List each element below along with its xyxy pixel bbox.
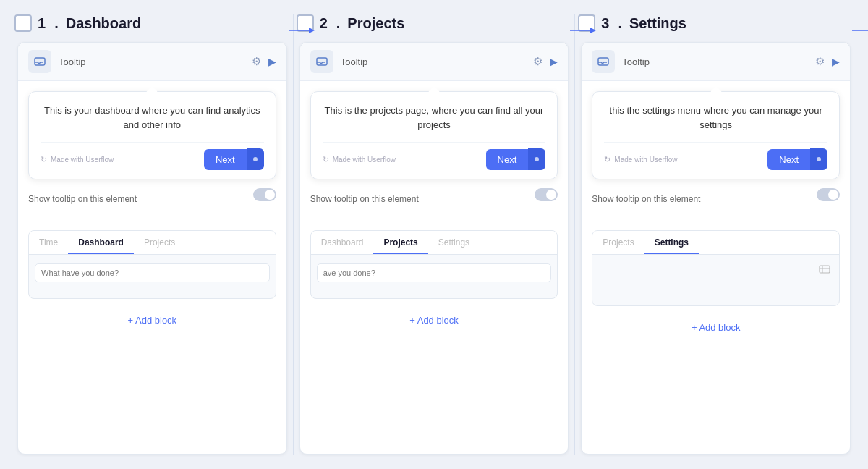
step-2-add-block-button[interactable]: + Add block <box>300 305 569 336</box>
step-1-show-tooltip-label: Show tooltip on this element <box>28 194 137 204</box>
step-2-gear-icon[interactable]: ⚙ <box>533 55 542 68</box>
step-2-card: Tooltip ⚙ ▶ This is the projects page, w… <box>299 42 569 455</box>
step-1-tooltip-footer: ↻ Made with Userflow Next <box>41 142 264 170</box>
step-3-inbox-icon <box>592 50 615 73</box>
step-3-mini-icon-area <box>598 261 833 278</box>
step-2-userflow-icon: ↻ <box>323 155 329 164</box>
step-3-tooltip-text: this the settings menu where you can man… <box>604 103 827 132</box>
step-2-number: 2 <box>320 15 328 32</box>
step-3-toolbar-label: Tooltip <box>622 56 808 67</box>
step-2-tabs: Dashboard Projects Settings <box>311 231 558 255</box>
step-2-tooltip-footer: ↻ Made with Userflow Next <box>323 142 546 170</box>
step-2-tab-dashboard[interactable]: Dashboard <box>311 231 374 254</box>
step-3-title-text: Settings <box>629 15 686 32</box>
step-2-play-icon[interactable]: ▶ <box>550 56 558 67</box>
step-2-tab-projects[interactable]: Projects <box>373 231 427 254</box>
step-1-tab-dashboard[interactable]: Dashboard <box>68 231 134 254</box>
step-3-arrow <box>852 23 868 38</box>
step-1-inbox-icon <box>28 50 51 73</box>
step-2-tab-settings[interactable]: Settings <box>428 231 480 254</box>
step-2-next-button[interactable]: Next <box>486 149 529 170</box>
step-3-made-with: ↻ Made with Userflow <box>604 155 677 164</box>
svg-point-1 <box>253 157 258 161</box>
step-1-mini-input[interactable] <box>35 263 270 282</box>
step-1-play-icon[interactable]: ▶ <box>268 56 276 67</box>
step-1-toggle[interactable] <box>253 188 276 201</box>
svg-rect-10 <box>820 266 830 273</box>
step-3-tab-settings[interactable]: Settings <box>644 231 699 254</box>
step-1-userflow-icon: ↻ <box>41 155 47 164</box>
step-1-wrapper: 1 . Dashboard Tooltip ⚙ ▶ <box>12 14 293 455</box>
step-1-arrow <box>289 23 315 38</box>
step-1-next-button[interactable]: Next <box>204 149 247 170</box>
step-1-next-arrow[interactable] <box>247 148 264 170</box>
step-1-number-box <box>14 14 32 32</box>
step-3-toolbar: Tooltip ⚙ ▶ <box>582 43 850 81</box>
step-2-title-text: Projects <box>347 15 404 32</box>
step-1-tooltip-text: This is your dashboard where you can fin… <box>41 103 264 132</box>
step-2-mini-input[interactable] <box>317 263 552 282</box>
step-2-toolbar-label: Tooltip <box>341 56 527 67</box>
svg-rect-4 <box>317 58 327 65</box>
step-2-made-with: ↻ Made with Userflow <box>323 155 396 164</box>
step-1-mini-content <box>29 255 276 298</box>
step-1-title-text: Dashboard <box>66 15 141 32</box>
step-3-next-button[interactable]: Next <box>767 149 810 170</box>
step-2-header: 2 . Projects <box>294 14 575 32</box>
main-container: 1 . Dashboard Tooltip ⚙ ▶ <box>0 0 868 469</box>
step-2-element-section: Show tooltip on this element Dashboard P… <box>300 187 569 305</box>
step-2-next-wrap: Next <box>486 148 546 170</box>
step-3-tooltip-footer: ↻ Made with Userflow Next <box>604 142 827 170</box>
step-2-mini-app: Dashboard Projects Settings <box>310 230 558 299</box>
step-1-made-with: ↻ Made with Userflow <box>41 155 114 164</box>
step-2-toolbar: Tooltip ⚙ ▶ <box>300 43 569 81</box>
step-3-mini-app: Projects Settings <box>592 230 840 306</box>
step-2-arrow <box>570 23 596 38</box>
step-3-play-icon[interactable]: ▶ <box>832 56 840 67</box>
step-1-tooltip-popup: This is your dashboard where you can fin… <box>28 91 276 179</box>
svg-rect-8 <box>598 58 608 65</box>
step-1-next-wrap: Next <box>204 148 264 170</box>
step-3-toggle[interactable] <box>817 188 840 201</box>
step-2-toggle[interactable] <box>535 188 558 201</box>
step-3-card: Tooltip ⚙ ▶ this the settings menu where… <box>581 42 851 455</box>
step-2-show-tooltip-label: Show tooltip on this element <box>310 194 419 204</box>
svg-point-5 <box>535 157 539 161</box>
step-2-wrapper: 2 . Projects Tooltip ⚙ ▶ <box>294 14 575 455</box>
step-3-next-wrap: Next <box>767 148 827 170</box>
svg-point-9 <box>817 157 821 161</box>
step-3-header: 3 . Settings <box>575 14 856 32</box>
svg-marker-3 <box>309 28 315 33</box>
step-1-title-name: . <box>54 15 59 32</box>
step-1-tab-time[interactable]: Time <box>29 231 68 254</box>
step-2-inbox-icon <box>310 50 333 73</box>
step-3-column: 3 . Settings Tooltip ⚙ ▶ <box>575 14 856 455</box>
step-3-add-block-button[interactable]: + Add block <box>582 312 850 343</box>
step-1-card: Tooltip ⚙ ▶ This is your dashboard where… <box>17 42 287 455</box>
step-3-userflow-icon: ↻ <box>604 155 610 164</box>
step-3-show-tooltip-label: Show tooltip on this element <box>592 194 700 204</box>
step-3-wrapper: 3 . Settings Tooltip ⚙ ▶ <box>575 14 856 455</box>
step-2-tooltip-text: This is the projects page, where you can… <box>323 103 546 132</box>
step-3-element-section: Show tooltip on this element Projects Se… <box>582 187 850 312</box>
step-3-tab-projects[interactable]: Projects <box>592 231 644 254</box>
step-2-next-arrow[interactable] <box>528 148 545 170</box>
step-1-mini-app: Time Dashboard Projects <box>28 230 276 299</box>
step-1-toolbar: Tooltip ⚙ ▶ <box>18 43 286 81</box>
step-1-add-block-button[interactable]: + Add block <box>18 305 286 336</box>
step-1-gear-icon[interactable]: ⚙ <box>252 55 261 68</box>
step-1-title: 1 <box>38 15 46 32</box>
step-3-tooltip-popup: this the settings menu where you can man… <box>592 91 840 179</box>
step-2-tooltip-popup: This is the projects page, where you can… <box>310 91 558 179</box>
step-1-toolbar-label: Tooltip <box>59 56 244 67</box>
step-3-next-arrow[interactable] <box>810 148 827 170</box>
step-3-gear-icon[interactable]: ⚙ <box>815 55 825 68</box>
svg-rect-0 <box>35 58 45 65</box>
step-2-mini-content <box>311 255 558 298</box>
step-1-tab-projects[interactable]: Projects <box>134 231 185 254</box>
svg-marker-7 <box>590 28 596 33</box>
step-1-tabs: Time Dashboard Projects <box>29 231 276 255</box>
step-3-number: 3 <box>601 15 609 32</box>
step-1-element-section: Show tooltip on this element Time Dashbo… <box>18 187 286 305</box>
step-2-column: 2 . Projects Tooltip ⚙ ▶ <box>294 14 575 455</box>
